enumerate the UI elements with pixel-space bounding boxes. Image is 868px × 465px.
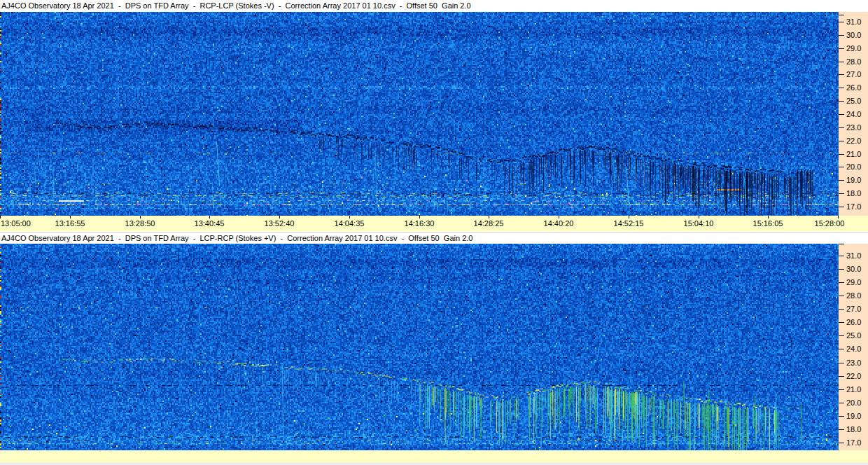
time-label: 14:16:30: [391, 220, 447, 228]
freq-tick: [839, 207, 844, 207]
freq-tick: [839, 180, 844, 181]
freq-label: 21.0: [846, 151, 861, 158]
panel-rcp-lcp: AJ4CO Observatory 18 Apr 2021 - DPS on T…: [0, 0, 868, 232]
time-tick: [70, 216, 71, 218]
frequency-axis-lcp-rcp: 31.030.029.028.027.026.025.024.023.022.0…: [839, 244, 868, 450]
freq-tick: [839, 376, 844, 377]
freq-tick: [839, 48, 844, 49]
panel-rcp-lcp-title: AJ4CO Observatory 18 Apr 2021 - DPS on T…: [0, 0, 868, 12]
freq-label: 31.0: [846, 252, 861, 260]
time-label: 13:52:40: [251, 220, 307, 228]
freq-label: 21.0: [846, 386, 861, 394]
freq-tick: [839, 416, 844, 417]
freq-label: 27.0: [846, 305, 861, 313]
panel-rcp-lcp-plot-row: 31.030.029.028.027.026.025.024.023.022.0…: [0, 12, 868, 216]
time-label: 14:40:20: [531, 220, 587, 228]
time-label: 14:04:35: [321, 220, 377, 228]
spectrogram-rcp-lcp: [0, 12, 839, 216]
time-tick: [629, 216, 629, 218]
freq-label: 26.0: [846, 319, 861, 326]
freq-label: 28.0: [846, 292, 861, 300]
time-label: 13:40:45: [181, 220, 237, 228]
time-label: 14:52:15: [601, 220, 657, 228]
freq-tick: [839, 363, 844, 363]
freq-tick: [839, 296, 844, 296]
freq-label: 27.0: [846, 71, 861, 78]
freq-tick: [839, 127, 844, 128]
freq-label: 29.0: [846, 279, 861, 286]
panel-lcp-rcp-title: AJ4CO Observatory 18 Apr 2021 - DPS on T…: [0, 233, 868, 244]
freq-tick: [839, 22, 844, 22]
freq-label: 22.0: [846, 373, 861, 380]
time-tick: [768, 216, 769, 218]
freq-tick: [839, 349, 844, 349]
freq-label: 20.0: [846, 399, 861, 407]
time-tick: [419, 216, 420, 218]
freq-label: 17.0: [846, 203, 861, 211]
time-tick: [349, 216, 350, 218]
freq-label: 18.0: [846, 426, 861, 433]
freq-label: 25.0: [846, 97, 861, 105]
freq-label: 19.0: [846, 412, 861, 420]
time-tick: [140, 216, 141, 218]
freq-label: 30.0: [846, 32, 861, 39]
freq-label: 18.0: [846, 190, 861, 197]
freq-label: 30.0: [846, 265, 861, 273]
freq-tick: [839, 403, 844, 403]
time-tick: [699, 216, 699, 218]
freq-tick: [839, 74, 844, 75]
freq-tick: [839, 101, 844, 102]
freq-label: 25.0: [846, 332, 861, 340]
freq-tick: [839, 193, 844, 194]
freq-label: 19.0: [846, 176, 861, 184]
time-tick: [209, 216, 210, 218]
freq-tick: [839, 335, 844, 336]
freq-label: 23.0: [846, 359, 861, 367]
freq-tick: [839, 141, 844, 141]
freq-label: 29.0: [846, 45, 861, 53]
time-label: 13:28:50: [112, 220, 168, 228]
freq-tick: [839, 62, 844, 62]
time-axis-clipped: [0, 450, 868, 463]
time-label: 15:28:00: [802, 220, 858, 228]
time-tick: [559, 216, 559, 218]
time-tick: [279, 216, 280, 218]
freq-tick: [839, 244, 844, 244]
freq-label: 20.0: [846, 163, 861, 171]
freq-tick: [839, 282, 844, 283]
freq-label: 24.0: [846, 111, 861, 118]
freq-tick: [839, 35, 844, 36]
time-label: 13:16:55: [42, 220, 98, 228]
freq-tick: [839, 114, 844, 115]
time-label: 15:04:10: [671, 220, 727, 228]
freq-label: 23.0: [846, 124, 861, 132]
spectrograph-window: AJ4CO Observatory 18 Apr 2021 - DPS on T…: [0, 0, 868, 465]
freq-tick: [839, 389, 844, 390]
freq-tick: [839, 269, 844, 270]
freq-tick: [839, 167, 844, 167]
freq-label: 22.0: [846, 137, 861, 145]
freq-tick: [839, 15, 844, 15]
freq-label: 26.0: [846, 84, 861, 92]
panel-lcp-rcp: AJ4CO Observatory 18 Apr 2021 - DPS on T…: [0, 233, 868, 463]
time-tick: [838, 216, 839, 218]
panel-lcp-rcp-plot-row: 31.030.029.028.027.026.025.024.023.022.0…: [0, 244, 868, 450]
time-label: 14:28:25: [461, 220, 517, 228]
freq-tick: [839, 88, 844, 88]
freq-tick: [839, 429, 844, 430]
time-axis: 13:05:0013:16:5513:28:5013:40:4513:52:40…: [0, 216, 868, 232]
spectrogram-lcp-rcp: [0, 244, 839, 450]
frequency-axis-rcp-lcp: 31.030.029.028.027.026.025.024.023.022.0…: [839, 12, 868, 216]
freq-tick: [839, 309, 844, 310]
freq-tick: [839, 443, 844, 443]
freq-tick: [839, 322, 844, 323]
time-tick: [0, 216, 1, 218]
time-label: 15:16:05: [740, 220, 796, 228]
freq-label: 17.0: [846, 439, 861, 447]
freq-label: 28.0: [846, 58, 861, 66]
freq-tick: [839, 154, 844, 155]
freq-tick: [839, 256, 844, 256]
freq-label: 31.0: [846, 18, 861, 26]
freq-label: 24.0: [846, 345, 861, 353]
time-tick: [489, 216, 489, 218]
